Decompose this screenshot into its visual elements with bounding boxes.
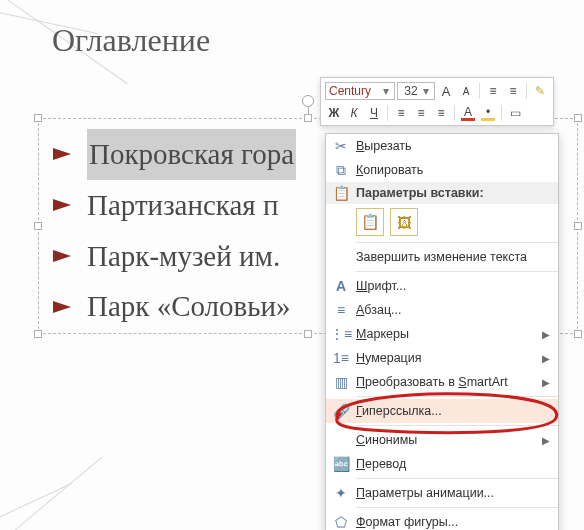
font-size-select[interactable]: 32▾	[397, 82, 435, 100]
menu-copy[interactable]: ⧉ Копировать	[326, 158, 558, 182]
styles-button[interactable]: ▭	[506, 104, 524, 122]
highlight-button[interactable]: •	[479, 104, 497, 122]
scissors-icon: ✂	[326, 138, 356, 154]
bullets-icon: ⋮≡	[326, 326, 356, 342]
chevron-right-icon: ▶	[538, 353, 550, 364]
format-painter-button[interactable]: ✎	[531, 82, 549, 100]
underline-button[interactable]: Ч	[365, 104, 383, 122]
font-size-value: 32	[401, 84, 421, 98]
list-item-text: Покровская гора	[87, 129, 296, 180]
smartart-icon: ▥	[326, 374, 356, 390]
slide-title: Оглавление	[52, 22, 210, 59]
rotate-handle[interactable]	[302, 95, 314, 107]
mini-format-toolbar: Century▾ 32▾ A A ≡ ≡ ✎ Ж К Ч ≡ ≡ ≡ A • ▭	[320, 77, 554, 126]
paste-options-row: 📋 🖼	[326, 204, 558, 240]
menu-bullets[interactable]: ⋮≡ Маркеры ▶	[326, 322, 558, 346]
menu-cut[interactable]: ✂ Вырезать	[326, 134, 558, 158]
align-button[interactable]: ≡	[392, 104, 410, 122]
font-color-button[interactable]: A	[459, 104, 477, 122]
font-name-select[interactable]: Century▾	[325, 82, 395, 100]
menu-hyperlink[interactable]: 🔗 Гиперссылка...	[326, 399, 558, 423]
indent-right-button[interactable]: ≡	[504, 82, 522, 100]
translate-icon: 🔤	[326, 456, 356, 472]
paste-keep-source-button[interactable]: 📋	[356, 208, 384, 236]
menu-synonyms[interactable]: Синонимы ▶	[326, 428, 558, 452]
resize-handle[interactable]	[34, 222, 42, 230]
sparkle-icon: ✦	[326, 485, 356, 501]
align-button[interactable]: ≡	[412, 104, 430, 122]
shape-icon: ⬠	[326, 514, 356, 530]
list-item-text: Партизанская п	[87, 180, 278, 231]
chevron-right-icon: ▶	[538, 377, 550, 388]
resize-handle[interactable]	[574, 222, 582, 230]
bold-button[interactable]: Ж	[325, 104, 343, 122]
bullet-icon	[53, 250, 77, 262]
numbering-icon: 1≡	[326, 350, 356, 366]
menu-paste-options-header: 📋 Параметры вставки:	[326, 182, 558, 204]
list-item-text: Парк-музей им.	[87, 231, 280, 282]
menu-paragraph[interactable]: ≡ Абзац...	[326, 298, 558, 322]
italic-button[interactable]: К	[345, 104, 363, 122]
resize-handle[interactable]	[574, 114, 582, 122]
resize-handle[interactable]	[34, 114, 42, 122]
paste-picture-button[interactable]: 🖼	[390, 208, 418, 236]
menu-numbering[interactable]: 1≡ Нумерация ▶	[326, 346, 558, 370]
copy-icon: ⧉	[326, 162, 356, 179]
font-name-value: Century	[329, 84, 381, 98]
resize-handle[interactable]	[574, 330, 582, 338]
menu-convert-smartart[interactable]: ▥ Преобразовать в SmartArt ▶	[326, 370, 558, 394]
resize-handle[interactable]	[34, 330, 42, 338]
menu-font[interactable]: A Шрифт...	[326, 274, 558, 298]
resize-handle[interactable]	[304, 114, 312, 122]
align-button[interactable]: ≡	[432, 104, 450, 122]
indent-left-button[interactable]: ≡	[484, 82, 502, 100]
bullet-icon	[53, 301, 77, 313]
chevron-right-icon: ▶	[538, 329, 550, 340]
menu-shape-format[interactable]: ⬠ Формат фигуры...	[326, 510, 558, 530]
context-menu: ✂ Вырезать ⧉ Копировать 📋 Параметры вста…	[325, 133, 559, 530]
font-icon: A	[326, 278, 356, 294]
bullet-icon	[53, 148, 77, 160]
menu-finish-text-edit[interactable]: Завершить изменение текста	[326, 245, 558, 269]
paste-icon: 📋	[326, 185, 356, 201]
menu-translate[interactable]: 🔤 Перевод	[326, 452, 558, 476]
chevron-right-icon: ▶	[538, 435, 550, 446]
grow-font-button[interactable]: A	[437, 82, 455, 100]
menu-animation-params[interactable]: ✦ Параметры анимации...	[326, 481, 558, 505]
paragraph-icon: ≡	[326, 302, 356, 318]
list-item-text: Парк «Соловьи»	[87, 281, 291, 332]
shrink-font-button[interactable]: A	[457, 82, 475, 100]
bullet-icon	[53, 199, 77, 211]
resize-handle[interactable]	[304, 330, 312, 338]
hyperlink-icon: 🔗	[326, 403, 356, 419]
